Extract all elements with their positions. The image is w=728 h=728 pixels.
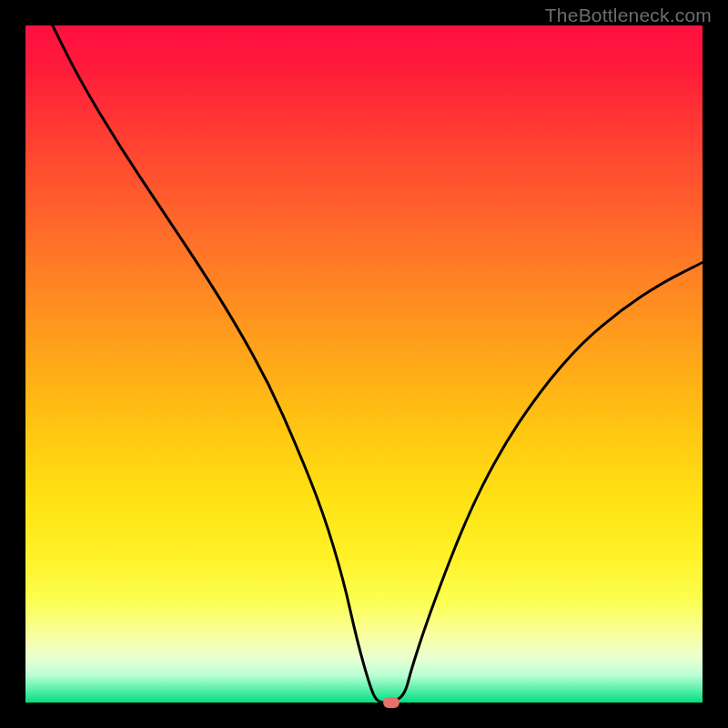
- watermark-text: TheBottleneck.com: [545, 5, 712, 26]
- optimum-marker: [383, 697, 399, 708]
- chart-frame: TheBottleneck.com: [0, 0, 728, 728]
- bottleneck-curve: [25, 25, 703, 703]
- plot-area: [25, 25, 703, 703]
